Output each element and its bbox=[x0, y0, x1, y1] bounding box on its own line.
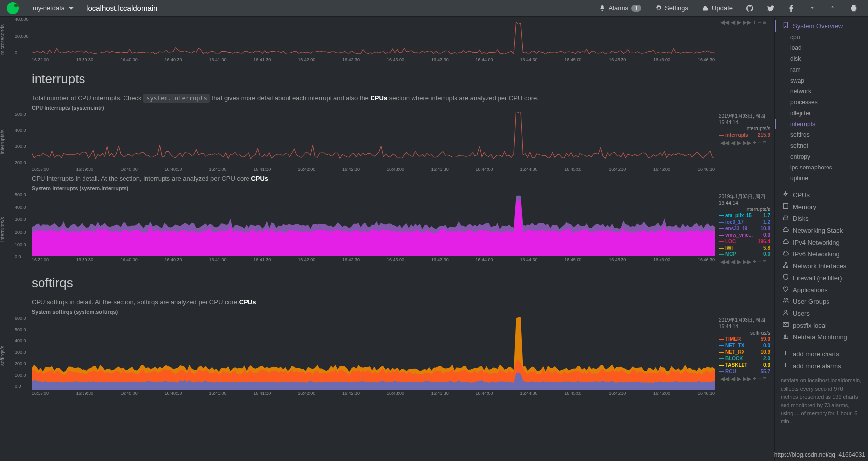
chart-ctrl-5[interactable]: − bbox=[758, 258, 761, 265]
sidebar-item-cpu[interactable]: cpu bbox=[775, 32, 868, 42]
sidebar-item-disks[interactable]: Disks bbox=[775, 212, 868, 224]
chart-ctrl-4[interactable]: + bbox=[753, 258, 756, 265]
chart-ctrl-1[interactable]: ◀ bbox=[731, 376, 735, 382]
chart-3[interactable]: softirqs/s600.0500.0400.0300.0200.0100.0… bbox=[0, 316, 774, 396]
sidebar-item-ipc-semaphores[interactable]: ipc semaphores bbox=[775, 162, 868, 173]
sidebar-item-label: User Groups bbox=[793, 298, 829, 305]
sidebar-item-networking-stack[interactable]: Networking Stack bbox=[775, 224, 868, 236]
chart-ctrl-5[interactable]: − bbox=[758, 19, 761, 26]
chart-ctrl-1[interactable]: ◀ bbox=[731, 19, 735, 26]
chart-ctrl-2[interactable]: ▶ bbox=[737, 139, 741, 146]
gear-icon bbox=[655, 5, 662, 12]
sidebar-item-users[interactable]: Users bbox=[775, 307, 868, 319]
chart-ctrl-6[interactable]: ≡ bbox=[763, 376, 766, 382]
github-link[interactable] bbox=[740, 1, 760, 15]
chart-controls: ◀◀◀▶▶▶+−≡ bbox=[719, 18, 770, 27]
sidebar-item-ipv4-networking[interactable]: IPv4 Networking bbox=[775, 236, 868, 248]
chart-0[interactable]: microseconds40,00020,000016:39:0016:39:3… bbox=[0, 17, 774, 62]
legend-item[interactable]: TASKLET0.0 bbox=[719, 362, 770, 368]
chart-ctrl-0[interactable]: ◀◀ bbox=[720, 139, 729, 146]
cloud-icon bbox=[783, 226, 789, 234]
legend-item[interactable]: LOC196.4 bbox=[719, 238, 770, 245]
chart-ctrl-0[interactable]: ◀◀ bbox=[720, 376, 729, 382]
legend-item[interactable]: MCP0.0 bbox=[719, 251, 770, 257]
sidebar-item-entropy[interactable]: entropy bbox=[775, 151, 868, 162]
sidebar-item-system-overview[interactable]: System Overview bbox=[775, 20, 868, 32]
chart-ctrl-0[interactable]: ◀◀ bbox=[720, 19, 729, 26]
sidebar-item-label: softirqs bbox=[790, 131, 810, 138]
chart-ctrl-6[interactable]: ≡ bbox=[763, 258, 766, 265]
twitter-link[interactable] bbox=[760, 1, 781, 15]
chart-ctrl-5[interactable]: − bbox=[758, 376, 761, 382]
chart-legend: 2019年1月03日, 周四 16:44:14interrupts/sinter… bbox=[715, 112, 774, 172]
sidebar-item-netdata-monitoring[interactable]: Netdata Monitoring bbox=[775, 331, 868, 343]
legend-item[interactable]: NET_TX0.0 bbox=[719, 342, 770, 349]
legend-item[interactable]: TIMER59.0 bbox=[719, 336, 770, 342]
chart-ctrl-2[interactable]: ▶ bbox=[737, 258, 741, 265]
chart-ctrl-0[interactable]: ◀◀ bbox=[720, 258, 729, 265]
chart-ctrl-1[interactable]: ◀ bbox=[731, 258, 735, 265]
y-axis: 500.0400.0300.0200.0100.00.0 bbox=[12, 192, 23, 259]
settings-button[interactable]: Settings bbox=[648, 1, 695, 15]
chart-ctrl-4[interactable]: + bbox=[753, 376, 756, 382]
legend-item[interactable]: ata_piix_151.7 bbox=[719, 212, 770, 219]
sidebar-item-label: Network Interfaces bbox=[793, 262, 846, 270]
legend-item[interactable]: RCU55.7 bbox=[719, 368, 770, 375]
chart-ctrl-6[interactable]: ≡ bbox=[763, 139, 766, 146]
facebook-link[interactable] bbox=[781, 1, 802, 15]
alarms-button[interactable]: Alarms 1 bbox=[592, 1, 649, 15]
sidebar-item-ram[interactable]: ram bbox=[775, 64, 868, 75]
chart-ctrl-3[interactable]: ▶▶ bbox=[743, 139, 751, 146]
sidebar-item-load[interactable]: load bbox=[775, 42, 868, 53]
sidebar-item-softnet[interactable]: softnet bbox=[775, 140, 868, 151]
sidebar-item-user-groups[interactable]: User Groups bbox=[775, 295, 868, 307]
sidebar-item-interrupts[interactable]: interrupts bbox=[775, 119, 868, 129]
download-button[interactable] bbox=[802, 1, 823, 15]
sidebar-item-network[interactable]: network bbox=[775, 86, 868, 97]
sidebar-item-idlejitter[interactable]: idlejitter bbox=[775, 108, 868, 119]
chart-ctrl-5[interactable]: − bbox=[758, 139, 761, 146]
chart-ctrl-2[interactable]: ▶ bbox=[737, 376, 741, 382]
update-button[interactable]: Update bbox=[695, 1, 740, 15]
chart-ctrl-3[interactable]: ▶▶ bbox=[743, 258, 751, 265]
chart-ctrl-3[interactable]: ▶▶ bbox=[743, 19, 751, 26]
legend-item[interactable]: IWI5.8 bbox=[719, 245, 770, 251]
upload-icon bbox=[829, 5, 836, 12]
sidebar-item-add-more-alarms[interactable]: add more alarms bbox=[775, 360, 868, 372]
host-dropdown[interactable]: my-netdata bbox=[26, 1, 82, 15]
sidebar-item-memory[interactable]: Memory bbox=[775, 201, 868, 212]
chart-2[interactable]: interrupts/s500.0400.0300.0200.0100.00.0… bbox=[0, 192, 774, 266]
legend-item[interactable]: interrupts215.9 bbox=[719, 132, 770, 138]
sidebar-item-add-more-charts[interactable]: add more charts bbox=[775, 348, 868, 360]
chart-ctrl-2[interactable]: ▶ bbox=[737, 19, 741, 26]
sidebar-item-processes[interactable]: processes bbox=[775, 97, 868, 108]
sidebar-item-ipv6-networking[interactable]: IPv6 Networking bbox=[775, 248, 868, 260]
chart-ctrl-6[interactable]: ≡ bbox=[763, 19, 766, 26]
github-icon bbox=[746, 5, 753, 12]
legend-item[interactable]: ens33_1910.8 bbox=[719, 225, 770, 232]
legend-item[interactable]: BLOCK2.0 bbox=[719, 355, 770, 362]
chart-ctrl-4[interactable]: + bbox=[753, 19, 756, 26]
sidebar-item-firewall-netfilter-[interactable]: Firewall (netfilter) bbox=[775, 272, 868, 284]
sidebar-item-postfix-local[interactable]: postfix local bbox=[775, 319, 868, 331]
sidebar-item-disk[interactable]: disk bbox=[775, 53, 868, 64]
chart-ctrl-1[interactable]: ◀ bbox=[731, 139, 735, 146]
chart-1[interactable]: interrupts/s500.0400.0300.0200.016:39:00… bbox=[0, 112, 774, 172]
plus-icon bbox=[783, 350, 789, 358]
chart-ctrl-4[interactable]: + bbox=[753, 139, 756, 146]
sidebar-item-network-interfaces[interactable]: Network Interfaces bbox=[775, 260, 868, 272]
sidebar-item-applications[interactable]: Applications bbox=[775, 284, 868, 295]
legend-item[interactable]: vmw_vmc...0.0 bbox=[719, 232, 770, 238]
print-button[interactable] bbox=[843, 1, 864, 15]
sidebar-item-uptime[interactable]: uptime bbox=[775, 173, 868, 184]
sidebar-item-swap[interactable]: swap bbox=[775, 75, 868, 86]
upload-button[interactable] bbox=[823, 1, 843, 15]
legend-item[interactable]: ioc0_171.2 bbox=[719, 219, 770, 225]
shield-icon bbox=[783, 274, 789, 282]
x-axis: 16:39:0016:39:3016:40:0016:40:3016:41:00… bbox=[32, 166, 715, 172]
sidebar-item-softirqs[interactable]: softirqs bbox=[775, 129, 868, 140]
bolt-icon bbox=[783, 191, 789, 199]
sidebar-item-cpus[interactable]: CPUs bbox=[775, 189, 868, 201]
legend-item[interactable]: NET_RX10.9 bbox=[719, 349, 770, 355]
chart-ctrl-3[interactable]: ▶▶ bbox=[743, 376, 751, 382]
